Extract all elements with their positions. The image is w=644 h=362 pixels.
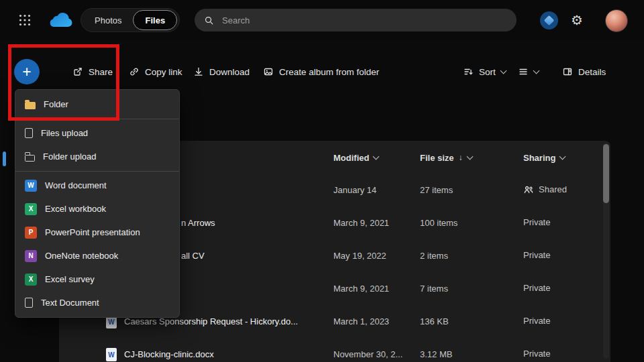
search-input[interactable] <box>221 15 507 26</box>
create-album-button[interactable]: Create album from folder <box>263 64 379 79</box>
sharing-label: Private <box>523 283 550 293</box>
modified-header-label: Modified <box>333 153 369 163</box>
menu-item-icon <box>25 128 33 138</box>
file-name: n Arrows <box>181 218 215 228</box>
onedrive-logo-icon[interactable] <box>47 11 74 29</box>
download-label: Download <box>209 67 250 77</box>
menu-item[interactable]: N OneNote notebook <box>15 244 179 267</box>
menu-item[interactable]: P PowerPoint presentation <box>15 221 179 244</box>
sharing-status: Private <box>523 283 550 293</box>
menu-divider <box>15 119 179 119</box>
diamond-icon <box>544 15 555 26</box>
menu-item[interactable]: Files upload <box>15 121 179 145</box>
menu-item[interactable]: Folder <box>15 93 179 116</box>
file-size: 100 items <box>420 218 458 228</box>
modified-date: March 9, 2021 <box>333 284 389 294</box>
menu-item-label: Folder upload <box>43 152 97 162</box>
menu-item[interactable]: Folder upload <box>15 145 179 168</box>
file-name: all CV <box>181 251 205 261</box>
file-size: 27 items <box>420 185 453 195</box>
table-row[interactable]: W CJ-Blocking-clinic.docx November 30, 2… <box>59 339 610 362</box>
menu-item-label: Files upload <box>41 128 88 138</box>
new-button[interactable]: + <box>14 59 40 84</box>
sharing-label: Private <box>523 316 550 326</box>
share-label: Share <box>89 67 113 77</box>
menu-item-icon: P <box>25 227 37 239</box>
details-pane-icon <box>562 66 573 77</box>
modified-date: May 19, 2022 <box>333 251 386 261</box>
menu-item[interactable]: X Excel workbook <box>15 197 179 221</box>
chevron-down-icon <box>466 154 473 160</box>
sharing-status: Private <box>523 217 550 227</box>
link-icon <box>129 66 140 77</box>
scrollbar-thumb[interactable] <box>603 144 609 203</box>
menu-item-icon <box>25 102 36 109</box>
menu-item-label: PowerPoint presentation <box>45 227 140 237</box>
copy-link-button[interactable]: Copy link <box>129 64 182 79</box>
search-icon <box>204 15 214 25</box>
sharing-header-label: Sharing <box>523 153 555 163</box>
sharing-status: Private <box>523 349 550 359</box>
file-type-icon: W <box>106 348 117 361</box>
search-box[interactable] <box>195 9 517 32</box>
modified-date: March 1, 2023 <box>333 316 389 326</box>
menu-item-icon: W <box>25 180 37 192</box>
chevron-down-icon <box>559 154 566 160</box>
photos-files-toggle: Photos Files <box>80 8 180 32</box>
column-header-sharing[interactable]: Sharing <box>523 141 565 174</box>
list-view-icon <box>518 66 529 77</box>
share-icon <box>72 66 83 77</box>
details-button[interactable]: Details <box>562 64 606 79</box>
file-name: CJ-Blocking-clinic.docx <box>124 349 214 359</box>
sort-button[interactable]: Sort <box>463 64 506 79</box>
menu-item-icon: X <box>25 274 37 286</box>
sharing-status: Private <box>523 250 550 260</box>
file-name: Caesars Sponsorship Request - Hickory.do… <box>124 316 298 326</box>
create-album-label: Create album from folder <box>279 67 379 77</box>
premium-badge-icon[interactable] <box>540 11 558 29</box>
chevron-down-icon <box>373 154 380 160</box>
share-button[interactable]: Share <box>72 64 113 79</box>
sort-icon <box>463 66 474 77</box>
sharing-label: Private <box>523 217 550 227</box>
copy-link-label: Copy link <box>145 67 182 77</box>
menu-item[interactable]: Text Document <box>15 291 179 314</box>
menu-item-icon <box>25 298 33 308</box>
sort-label: Sort <box>479 67 496 77</box>
scrollbar-track[interactable] <box>603 143 609 359</box>
people-icon <box>523 185 534 194</box>
sort-descending-icon: ↓ <box>459 153 463 162</box>
modified-date: March 9, 2021 <box>333 218 389 228</box>
download-button[interactable]: Download <box>193 64 250 79</box>
left-edge-indicator <box>3 152 6 166</box>
menu-item-label: Folder <box>44 99 68 109</box>
chevron-down-icon <box>533 68 540 74</box>
file-size-header-label: File size <box>420 153 454 163</box>
sharing-status: Shared <box>523 184 567 194</box>
view-options-button[interactable] <box>518 64 539 79</box>
menu-item-icon: X <box>25 203 37 215</box>
menu-item-label: OneNote notebook <box>45 251 118 261</box>
new-item-menu: Folder Files upload Folder upload W Word… <box>15 89 180 318</box>
menu-divider <box>15 171 179 172</box>
app-launcher-icon[interactable] <box>19 14 31 26</box>
modified-date: January 14 <box>333 185 376 195</box>
column-header-file-size[interactable]: File size ↓ <box>420 141 472 174</box>
download-icon <box>193 66 204 77</box>
menu-item-icon <box>25 155 35 162</box>
file-size: 3.12 MB <box>420 349 452 359</box>
settings-gear-icon[interactable]: ⚙ <box>571 12 583 28</box>
file-size: 2 items <box>420 251 448 261</box>
sharing-label: Private <box>523 349 550 359</box>
menu-item[interactable]: W Word document <box>15 174 179 197</box>
sharing-status: Private <box>523 316 550 326</box>
tab-files[interactable]: Files <box>133 10 177 30</box>
account-avatar[interactable] <box>605 9 628 32</box>
menu-item[interactable]: X Excel survey <box>15 267 179 291</box>
sharing-label: Private <box>523 250 550 260</box>
image-icon <box>263 66 274 77</box>
details-label: Details <box>578 67 606 77</box>
column-header-modified[interactable]: Modified <box>333 141 378 174</box>
tab-photos[interactable]: Photos <box>83 11 133 29</box>
menu-item-label: Excel workbook <box>45 204 106 214</box>
